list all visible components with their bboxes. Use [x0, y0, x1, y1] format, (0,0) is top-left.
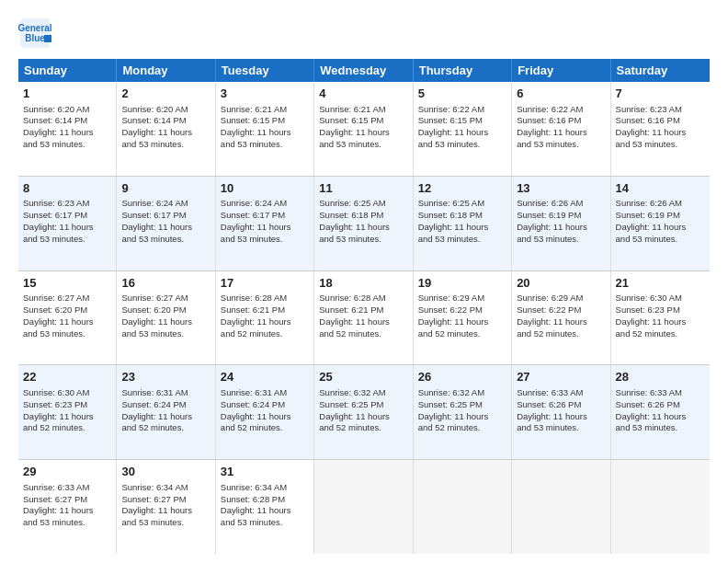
- daylight-label: Daylight: 11 hours: [121, 316, 192, 327]
- daylight-label: Daylight: 11 hours: [616, 316, 687, 327]
- daylight-label: Daylight: 11 hours: [319, 222, 390, 232]
- sunrise: Sunrise: 6:23 AM: [23, 198, 89, 208]
- day-cell-28: 28 Sunrise: 6:33 AM Sunset: 6:26 PM Dayl…: [611, 365, 710, 459]
- daylight-minutes: and 53 minutes.: [121, 139, 184, 149]
- daylight-minutes: and 53 minutes.: [517, 234, 579, 244]
- calendar-week-5: 29 Sunrise: 6:33 AM Sunset: 6:27 PM Dayl…: [18, 460, 710, 554]
- daylight-label: Daylight: 11 hours: [418, 222, 489, 232]
- day-cell-12: 12 Sunrise: 6:25 AM Sunset: 6:18 PM Dayl…: [414, 177, 512, 270]
- daylight-minutes: and 53 minutes.: [23, 139, 85, 149]
- weekday-header-friday: Friday: [512, 59, 610, 82]
- sunrise: Sunrise: 6:27 AM: [23, 293, 89, 303]
- day-number: 9: [121, 180, 210, 197]
- day-number: 3: [221, 86, 309, 102]
- day-cell-21: 21 Sunrise: 6:30 AM Sunset: 6:23 PM Dayl…: [611, 271, 710, 365]
- svg-marker-3: [44, 35, 51, 42]
- sunrise: Sunrise: 6:25 AM: [418, 198, 484, 208]
- day-cell-9: 9 Sunrise: 6:24 AM Sunset: 6:17 PM Dayli…: [117, 177, 215, 270]
- sunset: Sunset: 6:27 PM: [23, 494, 87, 504]
- day-number: 31: [221, 464, 309, 480]
- sunrise: Sunrise: 6:32 AM: [319, 387, 385, 397]
- daylight-minutes: and 53 minutes.: [221, 139, 283, 149]
- sunset: Sunset: 6:17 PM: [23, 210, 87, 220]
- daylight-label: Daylight: 11 hours: [121, 505, 192, 515]
- sunrise: Sunrise: 6:31 AM: [121, 387, 188, 397]
- daylight-label: Daylight: 11 hours: [616, 127, 687, 137]
- sunset: Sunset: 6:18 PM: [319, 210, 383, 220]
- day-number: 24: [221, 369, 309, 385]
- weekday-header-wednesday: Wednesday: [314, 59, 413, 82]
- day-number: 30: [121, 464, 210, 480]
- sunrise: Sunrise: 6:20 AM: [23, 104, 89, 114]
- day-cell-10: 10 Sunrise: 6:24 AM Sunset: 6:17 PM Dayl…: [216, 177, 314, 270]
- sunrise: Sunrise: 6:29 AM: [418, 293, 484, 303]
- day-cell-31: 31 Sunrise: 6:34 AM Sunset: 6:28 PM Dayl…: [216, 460, 314, 554]
- sunset: Sunset: 6:26 PM: [517, 399, 581, 409]
- day-number: 7: [616, 86, 705, 102]
- day-cell-17: 17 Sunrise: 6:28 AM Sunset: 6:21 PM Dayl…: [216, 271, 314, 365]
- empty-cell: [512, 460, 610, 554]
- sunrise: Sunrise: 6:23 AM: [616, 104, 682, 114]
- daylight-minutes: and 53 minutes.: [121, 517, 184, 527]
- day-cell-22: 22 Sunrise: 6:30 AM Sunset: 6:23 PM Dayl…: [18, 365, 117, 459]
- day-number: 27: [517, 369, 605, 385]
- sunset: Sunset: 6:27 PM: [121, 494, 186, 504]
- weekday-header-sunday: Sunday: [18, 59, 117, 82]
- daylight-label: Daylight: 11 hours: [517, 127, 587, 137]
- header: General Blue: [18, 17, 710, 50]
- sunset: Sunset: 6:15 PM: [221, 115, 285, 125]
- day-number: 17: [221, 275, 309, 292]
- sunset: Sunset: 6:14 PM: [23, 115, 87, 125]
- page: General Blue SundayMondayTuesdayWednesda…: [0, 0, 728, 563]
- daylight-label: Daylight: 11 hours: [517, 411, 587, 421]
- sunrise: Sunrise: 6:21 AM: [221, 104, 287, 114]
- sunrise: Sunrise: 6:26 AM: [517, 198, 583, 208]
- day-number: 16: [121, 275, 210, 292]
- weekday-header-monday: Monday: [117, 59, 215, 82]
- sunrise: Sunrise: 6:33 AM: [517, 387, 583, 397]
- sunset: Sunset: 6:21 PM: [221, 304, 285, 315]
- daylight-label: Daylight: 11 hours: [23, 411, 94, 421]
- logo: General Blue: [18, 17, 55, 50]
- day-cell-30: 30 Sunrise: 6:34 AM Sunset: 6:27 PM Dayl…: [117, 460, 215, 554]
- daylight-label: Daylight: 11 hours: [121, 222, 192, 232]
- sunset: Sunset: 6:14 PM: [121, 115, 186, 125]
- daylight-minutes: and 53 minutes.: [616, 422, 678, 432]
- day-number: 11: [319, 180, 407, 197]
- day-number: 21: [616, 275, 705, 292]
- daylight-label: Daylight: 11 hours: [616, 222, 687, 232]
- weekday-header-thursday: Thursday: [414, 59, 512, 82]
- sunrise: Sunrise: 6:20 AM: [121, 104, 188, 114]
- day-cell-23: 23 Sunrise: 6:31 AM Sunset: 6:24 PM Dayl…: [117, 365, 215, 459]
- sunset: Sunset: 6:16 PM: [517, 115, 581, 125]
- day-number: 4: [319, 86, 407, 102]
- day-cell-8: 8 Sunrise: 6:23 AM Sunset: 6:17 PM Dayli…: [18, 177, 117, 270]
- daylight-label: Daylight: 11 hours: [23, 127, 94, 137]
- day-cell-4: 4 Sunrise: 6:21 AM Sunset: 6:15 PM Dayli…: [314, 82, 413, 176]
- daylight-minutes: and 53 minutes.: [121, 328, 184, 339]
- sunset: Sunset: 6:19 PM: [517, 210, 581, 220]
- calendar-week-2: 8 Sunrise: 6:23 AM Sunset: 6:17 PM Dayli…: [18, 177, 710, 271]
- day-cell-14: 14 Sunrise: 6:26 AM Sunset: 6:19 PM Dayl…: [611, 177, 710, 270]
- day-number: 23: [121, 369, 210, 385]
- daylight-label: Daylight: 11 hours: [23, 222, 94, 232]
- daylight-minutes: and 52 minutes.: [418, 422, 481, 432]
- daylight-label: Daylight: 11 hours: [616, 411, 687, 421]
- daylight-label: Daylight: 11 hours: [221, 505, 291, 515]
- sunrise: Sunrise: 6:24 AM: [121, 198, 188, 208]
- day-number: 1: [23, 86, 111, 102]
- day-cell-24: 24 Sunrise: 6:31 AM Sunset: 6:24 PM Dayl…: [216, 365, 314, 459]
- day-number: 6: [517, 86, 605, 102]
- calendar: SundayMondayTuesdayWednesdayThursdayFrid…: [18, 59, 710, 554]
- day-number: 10: [221, 180, 309, 197]
- sunset: Sunset: 6:15 PM: [418, 115, 483, 125]
- day-number: 22: [23, 369, 111, 385]
- day-cell-3: 3 Sunrise: 6:21 AM Sunset: 6:15 PM Dayli…: [216, 82, 314, 176]
- daylight-minutes: and 53 minutes.: [616, 139, 678, 149]
- daylight-minutes: and 53 minutes.: [121, 234, 184, 244]
- weekday-header-saturday: Saturday: [611, 59, 710, 82]
- sunset: Sunset: 6:20 PM: [23, 304, 87, 315]
- daylight-label: Daylight: 11 hours: [418, 411, 489, 421]
- sunrise: Sunrise: 6:29 AM: [517, 293, 583, 303]
- day-number: 12: [418, 180, 506, 197]
